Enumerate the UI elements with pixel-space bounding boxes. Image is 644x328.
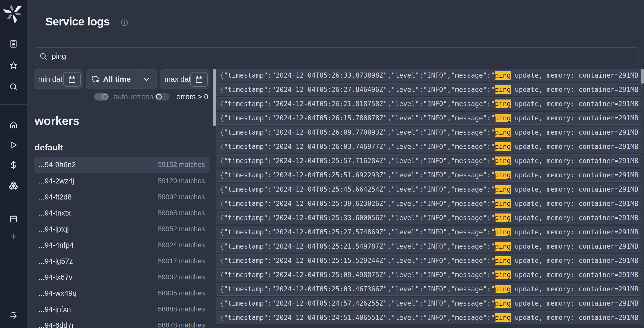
windmill-logo[interactable] <box>3 3 24 23</box>
worker-group-name: default <box>35 142 63 152</box>
log-text: {"timestamp":"2024-12-04T05:26:33.873898… <box>216 69 641 81</box>
log-line: {"timestamp":"2024-12-04T05:26:21.818758… <box>216 97 641 110</box>
auto-refresh-toggle[interactable] <box>94 93 109 101</box>
min-date-calendar-button[interactable] <box>63 72 81 87</box>
auto-refresh-label: auto-refresh <box>114 93 153 101</box>
log-text: {"timestamp":"2024-12-04T05:25:39.623026… <box>216 197 641 210</box>
log-text: {"timestamp":"2024-12-04T05:25:27.574869… <box>216 226 641 238</box>
sidebar-button-schedules[interactable] <box>0 214 27 223</box>
sidebar-button-resources[interactable] <box>0 181 27 190</box>
sidebar-button-expand[interactable] <box>0 311 27 320</box>
log-line: {"timestamp":"2024-12-04T05:26:09.770093… <box>216 126 641 139</box>
max-date-field <box>160 69 210 89</box>
log-scrollbar[interactable] <box>641 69 644 84</box>
log-timestamp: 2024-12-04T05:25:51.692293Z <box>276 171 383 179</box>
page-title: Service logs <box>45 15 110 28</box>
worker-name: ...94-lg57z <box>38 257 73 265</box>
log-text: {"timestamp":"2024-12-04T05:25:21.549787… <box>216 240 641 252</box>
log-line: {"timestamp":"2024-12-04T05:26:27.846496… <box>216 83 641 96</box>
worker-match-count: 59002 matches <box>158 273 205 281</box>
building-icon <box>9 39 18 48</box>
log-line: {"timestamp":"2024-12-04T05:25:57.716284… <box>216 154 641 167</box>
sidebar <box>0 0 27 328</box>
sidebar-button-runs[interactable] <box>0 140 27 150</box>
min-date-field <box>34 69 83 89</box>
search-match-highlight: ping <box>495 285 511 293</box>
search-match-highlight: ping <box>495 71 511 80</box>
info-icon[interactable] <box>121 19 128 27</box>
log-text: {"timestamp":"2024-12-04T05:26:09.770093… <box>216 126 641 138</box>
search-input[interactable] <box>52 52 634 61</box>
workers-heading: workers <box>35 114 79 128</box>
time-range-dropdown-button[interactable] <box>136 70 157 89</box>
sidebar-button-home[interactable] <box>0 120 27 130</box>
worker-row[interactable]: ...94-6dd7r58878 matches <box>34 317 209 328</box>
sidebar-button-search[interactable] <box>0 82 27 91</box>
log-text: {"timestamp":"2024-12-04T05:24:57.426255… <box>216 297 641 309</box>
worker-name: ...94-tnxtx <box>38 209 71 217</box>
log-line: {"timestamp":"2024-12-04T05:25:21.549787… <box>216 240 641 253</box>
sidebar-button-variables[interactable] <box>0 161 27 170</box>
search-match-highlight: ping <box>495 228 511 236</box>
worker-match-count: 58888 matches <box>158 305 205 313</box>
worker-match-count: 59152 matches <box>158 161 205 169</box>
worker-row[interactable]: ...94-ft2d859092 matches <box>34 189 209 205</box>
log-timestamp: 2024-12-04T05:25:09.498875Z <box>276 271 383 279</box>
worker-match-count: 59129 matches <box>158 177 205 185</box>
log-timestamp: 2024-12-04T05:25:33.600056Z <box>276 214 383 222</box>
worker-row[interactable]: ...94-lg57z59017 matches <box>34 253 209 269</box>
log-text: {"timestamp":"2024-12-04T05:25:57.716284… <box>216 155 641 167</box>
left-panel-scrollbar[interactable] <box>213 69 216 126</box>
worker-row[interactable]: ...94-2wz4j59129 matches <box>34 173 209 189</box>
log-list[interactable]: {"timestamp":"2024-12-04T05:26:33.873898… <box>216 69 641 328</box>
log-line: {"timestamp":"2024-12-04T05:25:03.467366… <box>216 283 641 296</box>
worker-match-count: 59017 matches <box>158 257 205 265</box>
worker-row[interactable]: ...94-9h6n259152 matches <box>34 157 209 173</box>
log-timestamp: 2024-12-04T05:26:09.770093Z <box>276 129 383 136</box>
log-timestamp: 2024-12-04T05:25:39.623026Z <box>276 200 383 207</box>
worker-name: ...94-2wz4j <box>38 177 74 185</box>
max-date-calendar-button[interactable] <box>190 72 208 87</box>
search-match-highlight: ping <box>495 213 511 222</box>
log-line: {"timestamp":"2024-12-04T05:25:51.692293… <box>216 169 641 182</box>
sidebar-button-workspace[interactable] <box>0 39 27 48</box>
sidebar-divider <box>0 104 27 105</box>
time-range-label: All time <box>103 75 131 83</box>
worker-row[interactable]: ...94-jnfxn58888 matches <box>34 301 209 317</box>
worker-row[interactable]: ...94-wx49q58905 matches <box>34 285 209 301</box>
time-range-button[interactable]: All time <box>86 70 136 89</box>
worker-name: ...94-4nfp4 <box>38 241 74 249</box>
sidebar-button-add[interactable] <box>0 232 27 240</box>
search-match-highlight: ping <box>495 185 511 194</box>
log-text: {"timestamp":"2024-12-04T05:26:27.846496… <box>216 83 641 96</box>
search-match-highlight: ping <box>495 142 511 151</box>
worker-row[interactable]: ...94-tnxtx59068 matches <box>34 205 209 221</box>
toggle-knob <box>156 94 162 99</box>
toggle-knob <box>102 94 108 99</box>
worker-list: ...94-9h6n259152 matches ...94-2wz4j5912… <box>34 157 209 328</box>
search-match-highlight: ping <box>495 313 511 322</box>
log-text: {"timestamp":"2024-12-04T05:25:15.529244… <box>216 254 641 267</box>
sidebar-button-favorites[interactable] <box>0 61 27 70</box>
errors-filter-label: errors > 0 <box>176 93 208 101</box>
log-text: {"timestamp":"2024-12-04T05:25:33.600056… <box>216 212 641 224</box>
log-line: {"timestamp":"2024-12-04T05:25:09.498875… <box>216 268 641 281</box>
play-icon <box>9 140 18 150</box>
search-bar <box>34 47 639 65</box>
search-match-highlight: ping <box>495 128 511 137</box>
star-icon <box>9 61 18 70</box>
log-line: {"timestamp":"2024-12-04T05:25:15.529244… <box>216 254 641 267</box>
worker-row[interactable]: ...94-lptqj59052 matches <box>34 221 209 237</box>
search-match-highlight: ping <box>495 99 511 108</box>
worker-name: ...94-9h6n2 <box>38 161 76 169</box>
log-timestamp: 2024-12-04T05:24:51.406551Z <box>276 314 383 321</box>
worker-row[interactable]: ...94-4nfp459024 matches <box>34 237 209 253</box>
log-text: {"timestamp":"2024-12-04T05:25:09.498875… <box>216 269 641 281</box>
errors-filter-toggle[interactable] <box>155 93 170 101</box>
worker-row[interactable]: ...94-lx67v59002 matches <box>34 269 209 285</box>
log-line: {"timestamp":"2024-12-04T05:24:57.426255… <box>216 297 641 310</box>
worker-name: ...94-wx49q <box>38 289 77 297</box>
worker-match-count: 58878 matches <box>158 321 205 328</box>
log-timestamp: 2024-12-04T05:25:27.574869Z <box>276 228 383 236</box>
search-icon <box>39 52 48 61</box>
